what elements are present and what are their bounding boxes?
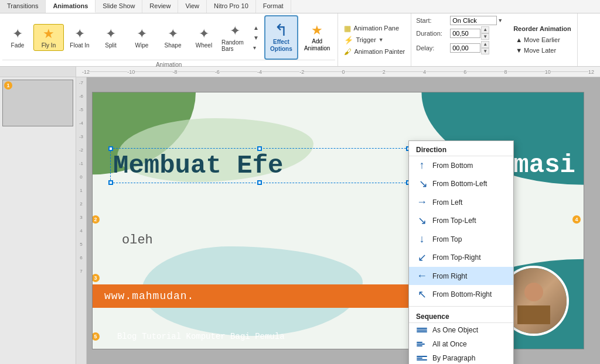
as-one-icon: [416, 328, 428, 332]
from-bottom-left-icon: ↙: [416, 177, 428, 190]
from-bottom-label: From Bottom: [432, 162, 473, 170]
start-dropdown-arrow[interactable]: ▼: [497, 18, 503, 23]
anim-btn-randombars[interactable]: ✦ Random Bars: [220, 21, 250, 54]
main-area: 1 -7-6-5-4-3-2-101234567: [0, 77, 600, 364]
duration-up-btn[interactable]: ▲: [481, 26, 489, 33]
dropdown-item-from-right[interactable]: ← From Right: [409, 267, 513, 285]
by-paragraph-label: By Paragraph: [432, 354, 475, 362]
pane-icon: ▦: [344, 24, 351, 33]
dropdown-item-as-one[interactable]: As One Object: [409, 323, 513, 337]
dropdown-item-from-top[interactable]: ↓ From Top: [409, 230, 513, 248]
delay-input[interactable]: [450, 43, 480, 53]
anim-btn-split[interactable]: ✦ Split: [96, 24, 126, 51]
delay-down-btn[interactable]: ▼: [481, 48, 489, 55]
svg-point-0: [524, 283, 543, 301]
tab-transitions[interactable]: Transitions: [0, 0, 46, 13]
flyin-icon: ★: [43, 26, 54, 42]
duration-down-btn[interactable]: ▼: [481, 33, 489, 40]
slide-num-badge-3: 3: [92, 274, 100, 282]
add-animation-label: AddAnimation: [304, 38, 330, 52]
start-row: Start: ▼: [416, 16, 503, 25]
from-top-right-icon: ↙: [416, 251, 428, 264]
anim-btn-wheel[interactable]: ✦ Wheel: [189, 24, 219, 51]
from-right-icon: ←: [416, 270, 428, 282]
tab-review[interactable]: Review: [142, 0, 178, 13]
dropdown-sequence-title: Sequence: [409, 309, 513, 323]
move-later-btn[interactable]: ▼ Move Later: [513, 46, 571, 54]
shape-label: Shape: [165, 42, 182, 49]
from-top-left-icon: ↘: [416, 214, 428, 227]
title-textbox[interactable]: Membuat Efe: [110, 148, 409, 183]
dropdown-item-from-top-right[interactable]: ↙ From Top-Right: [409, 248, 513, 267]
slide-thumbnail-1[interactable]: 1: [2, 80, 73, 126]
painter-label: Animation Painter: [354, 48, 405, 55]
anim-btn-flyin[interactable]: ★ Fly In: [33, 24, 64, 51]
from-bottom-right-icon: ↖: [416, 288, 428, 301]
dropdown-item-all-at-once[interactable]: All at Once: [409, 337, 513, 351]
dropdown-item-from-bottom-right[interactable]: ↖ From Bottom-Right: [409, 285, 513, 304]
anim-btn-fade[interactable]: ✦ Fade: [2, 24, 33, 51]
duration-label: Duration:: [416, 30, 446, 37]
delay-value-container: ▲ ▼: [450, 41, 489, 54]
slide-url-text: www.mahmudan.: [104, 290, 194, 302]
anim-btn-floatin[interactable]: ✦ Float In: [64, 24, 95, 51]
start-input[interactable]: [450, 16, 497, 25]
floatin-icon: ✦: [74, 26, 85, 42]
from-bottom-icon: ↑: [416, 159, 428, 171]
from-top-icon: ↓: [416, 233, 428, 245]
ruler: -12 -10 -8 -6 -4 -2 0 2 4 6 8 10 12: [0, 67, 600, 77]
dropdown-item-from-bottom[interactable]: ↑ From Bottom: [409, 156, 513, 174]
slide-oleh-container: oleh: [122, 233, 153, 248]
slide-panel[interactable]: -7-6-5-4-3-2-101234567 Membuat Efe: [76, 77, 600, 364]
add-animation-button[interactable]: ★ AddAnimation: [299, 15, 335, 60]
tab-view[interactable]: View: [178, 0, 207, 13]
delay-spin: ▲ ▼: [481, 41, 489, 54]
all-at-once-icon: [416, 342, 428, 346]
svg-rect-2: [517, 305, 550, 324]
wheel-label: Wheel: [196, 42, 212, 49]
handle-tl[interactable]: [108, 146, 113, 151]
move-earlier-btn[interactable]: ▲ Move Earlier: [513, 36, 571, 44]
duration-row: Duration: ▲ ▼: [416, 26, 503, 40]
effect-options-button[interactable]: ↰ EffectOptions: [264, 15, 298, 60]
fade-icon: ✦: [12, 26, 23, 42]
animations-group: ✦ Fade ★ Fly In ✦ Float In ✦ Split: [0, 13, 338, 66]
duration-input[interactable]: [450, 29, 480, 38]
from-bottom-left-label: From Bottom-Left: [432, 180, 487, 188]
scroll-expand-btn[interactable]: ▾: [252, 43, 260, 52]
fade-label: Fade: [11, 42, 25, 49]
randombars-label: Random Bars: [221, 39, 248, 52]
effect-options-icon: ↰: [274, 22, 288, 39]
trigger-btn[interactable]: ⚡ Trigger ▼: [342, 35, 407, 45]
tab-nitro[interactable]: Nitro Pro 10: [207, 0, 256, 13]
dropdown-item-from-left[interactable]: → From Left: [409, 193, 513, 211]
dropdown-item-from-top-left[interactable]: ↘ From Top-Left: [409, 211, 513, 230]
tab-format[interactable]: Format: [256, 0, 291, 13]
tab-animations[interactable]: Animations: [46, 0, 96, 13]
from-top-left-label: From Top-Left: [432, 217, 476, 225]
pane-label: Animation Pane: [353, 25, 399, 32]
trigger-arrow-icon: ▼: [379, 37, 384, 43]
as-one-label: As One Object: [432, 326, 478, 334]
from-top-right-label: From Top-Right: [432, 253, 480, 262]
slide-oleh-text: oleh: [122, 233, 153, 248]
delay-row: Delay: ▲ ▼: [416, 41, 503, 54]
dropdown-item-from-bottom-left[interactable]: ↙ From Bottom-Left: [409, 174, 513, 193]
delay-up-btn[interactable]: ▲: [481, 41, 489, 48]
animation-pane-btn[interactable]: ▦ Animation Pane: [342, 23, 407, 33]
floatin-label: Float In: [70, 42, 89, 49]
ribbon-scroll: ▲ ▼ ▾: [251, 23, 261, 52]
handle-tm[interactable]: [257, 146, 262, 151]
scroll-down-btn[interactable]: ▼: [252, 33, 260, 42]
vertical-ruler: -7-6-5-4-3-2-101234567: [76, 77, 87, 364]
handle-bm[interactable]: [257, 180, 262, 185]
tab-slideshow[interactable]: Slide Show: [96, 0, 142, 13]
ribbon-tabs: Transitions Animations Slide Show Review…: [0, 0, 600, 13]
handle-bl[interactable]: [108, 180, 113, 185]
dropdown-item-by-paragraph[interactable]: By Paragraph: [409, 351, 513, 364]
reorder-title: Reorder Animation: [513, 25, 571, 32]
animation-painter-btn[interactable]: 🖌 Animation Painter: [342, 47, 407, 57]
anim-btn-shape[interactable]: ✦ Shape: [158, 24, 188, 51]
scroll-up-btn[interactable]: ▲: [252, 23, 260, 32]
anim-btn-wipe[interactable]: ✦ Wipe: [127, 24, 157, 51]
